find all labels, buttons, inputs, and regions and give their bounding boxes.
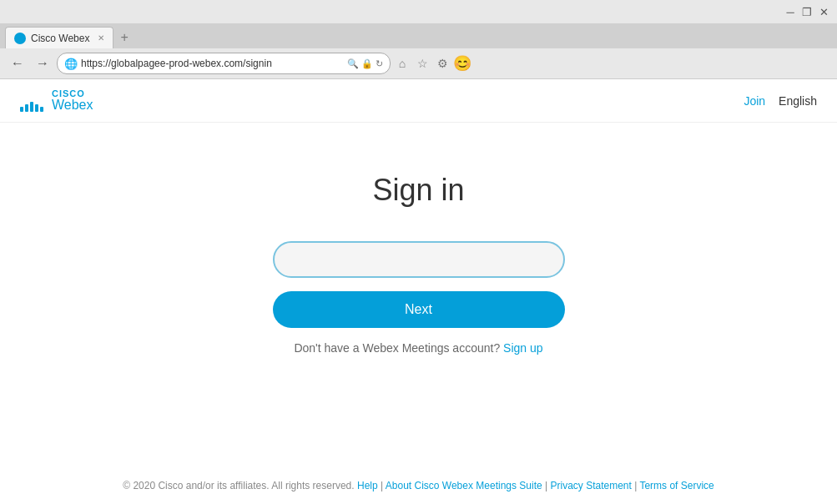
lock-icon: 🔒	[361, 58, 373, 69]
browser-toolbar: ⌂ ☆ ⚙ 😊	[394, 55, 471, 72]
cisco-webex-logo: CISCO Webex	[20, 89, 93, 112]
webex-header: CISCO Webex Join English	[0, 79, 837, 123]
signup-prompt-text: Don't have a Webex Meetings account?	[294, 341, 500, 355]
footer-copyright: © 2020 Cisco and/or its affiliates. All …	[123, 480, 354, 491]
page-footer: © 2020 Cisco and/or its affiliates. All …	[0, 466, 837, 504]
title-bar: ─ ❐ ✕	[0, 0, 837, 23]
webex-wordmark: Webex	[52, 98, 93, 112]
svg-point-0	[14, 33, 26, 44]
refresh-icon[interactable]: ↻	[376, 58, 383, 69]
forward-button[interactable]: →	[32, 53, 53, 74]
favorites-icon[interactable]: ☆	[414, 55, 431, 72]
restore-button[interactable]: ❐	[800, 5, 814, 18]
minimize-button[interactable]: ─	[784, 5, 797, 18]
footer-help-link[interactable]: Help	[357, 480, 378, 491]
tabs-bar: Cisco Webex ✕ +	[0, 23, 837, 48]
email-input[interactable]	[273, 241, 565, 278]
close-button[interactable]: ✕	[817, 5, 830, 18]
signin-title: Sign in	[372, 173, 464, 208]
tab-favicon-icon	[14, 33, 26, 44]
tab-title: Cisco Webex	[31, 33, 89, 44]
home-icon[interactable]: ⌂	[394, 55, 411, 72]
browser-chrome: ─ ❐ ✕ Cisco Webex ✕ + ← → 🌐 https://glob…	[0, 0, 837, 79]
signin-area: Sign in Next Don't have a Webex Meetings…	[0, 123, 837, 504]
address-box[interactable]: 🌐 https://globalpagee-prod-webex.com/sig…	[57, 53, 391, 74]
cisco-webex-text: CISCO Webex	[52, 89, 93, 112]
search-address-icon[interactable]: 🔍	[347, 58, 359, 69]
header-nav: Join English	[744, 94, 817, 108]
join-link[interactable]: Join	[744, 94, 765, 108]
footer-privacy-link[interactable]: Privacy Statement	[550, 480, 631, 491]
address-icons: 🔍 🔒 ↻	[347, 58, 383, 69]
settings-icon[interactable]: ⚙	[434, 55, 451, 72]
signup-prompt: Don't have a Webex Meetings account? Sig…	[294, 341, 542, 355]
address-bar-row: ← → 🌐 https://globalpagee-prod-webex.com…	[0, 48, 837, 78]
cisco-bars-icon	[20, 102, 43, 112]
footer-about-link[interactable]: About Cisco Webex Meetings Suite	[386, 480, 542, 491]
address-text: https://globalpagee-prod-webex.com/signi…	[81, 58, 344, 69]
signup-link[interactable]: Sign up	[503, 341, 542, 355]
page-content: CISCO Webex Join English Sign in Next Do…	[0, 79, 837, 504]
back-button[interactable]: ←	[7, 53, 28, 74]
footer-terms-link[interactable]: Terms of Service	[639, 480, 713, 491]
new-tab-button[interactable]: +	[113, 27, 134, 48]
browser-tab[interactable]: Cisco Webex ✕	[5, 27, 113, 48]
next-button[interactable]: Next	[273, 291, 565, 328]
language-selector[interactable]: English	[779, 94, 817, 108]
title-bar-right: ─ ❐ ✕	[784, 5, 830, 18]
tab-close-icon[interactable]: ✕	[98, 33, 104, 43]
emoji-icon: 😊	[454, 55, 471, 72]
address-favicon-icon: 🌐	[64, 58, 78, 70]
